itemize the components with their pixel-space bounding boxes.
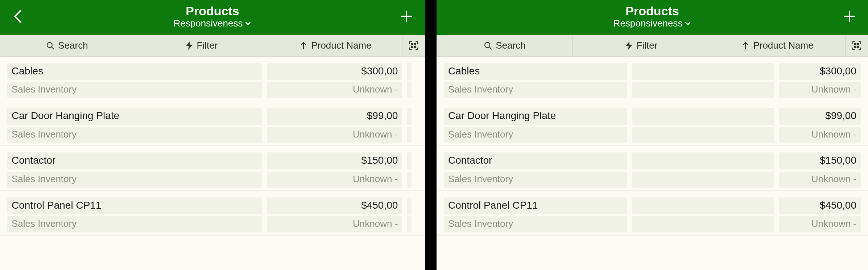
- product-name: Cables: [444, 63, 627, 80]
- empty-cell: [632, 172, 774, 188]
- product-name: Car Door Hanging Plate: [444, 108, 627, 124]
- product-price: $150,00: [779, 152, 861, 169]
- product-name: Control Panel CP11: [7, 197, 262, 214]
- product-name: Contactor: [444, 152, 627, 169]
- chevron-down-icon: [685, 20, 691, 27]
- empty-cell: [632, 63, 774, 80]
- product-name: Cables: [7, 63, 262, 80]
- empty-cell: [632, 127, 774, 143]
- empty-cell: [407, 108, 411, 124]
- scan-button[interactable]: [846, 35, 868, 56]
- bolt-icon: [624, 41, 634, 50]
- arrow-up-icon: [741, 41, 750, 50]
- search-button[interactable]: Search: [437, 35, 573, 56]
- product-row[interactable]: Contactor$150,00Sales InventoryUnknown -: [0, 146, 425, 191]
- product-group: Sales Inventory: [7, 127, 262, 143]
- add-button[interactable]: [837, 9, 862, 24]
- app-shell-narrow: Products Responsiveness Search: [0, 0, 425, 270]
- svg-rect-8: [412, 46, 413, 48]
- product-status: Unknown -: [267, 172, 402, 188]
- list-toolbar: Search Filter Product Name: [0, 35, 425, 57]
- product-status: Unknown -: [267, 127, 402, 143]
- empty-cell: [632, 152, 774, 169]
- product-group: Sales Inventory: [444, 172, 627, 188]
- svg-point-2: [47, 42, 52, 48]
- back-button[interactable]: [6, 9, 31, 24]
- app-shell-wide: Products Responsiveness Search: [437, 0, 868, 270]
- product-price: $300,00: [267, 63, 402, 80]
- product-status: Unknown -: [779, 172, 861, 188]
- filter-button[interactable]: Filter: [573, 35, 709, 56]
- chevron-down-icon: [245, 20, 251, 27]
- empty-cell: [632, 82, 774, 98]
- filter-label: Filter: [197, 40, 218, 51]
- product-status: Unknown -: [779, 127, 861, 143]
- page-title: Products: [186, 4, 239, 18]
- product-status: Unknown -: [267, 82, 402, 98]
- page-title: Products: [625, 4, 679, 18]
- product-group: Sales Inventory: [7, 172, 262, 188]
- product-price: $450,00: [267, 197, 402, 214]
- product-row[interactable]: Car Door Hanging Plate$99,00Sales Invent…: [437, 101, 868, 146]
- empty-cell: [632, 216, 774, 232]
- empty-cell: [407, 216, 411, 232]
- product-row[interactable]: Control Panel CP11$450,00Sales Inventory…: [0, 191, 425, 236]
- empty-cell: [632, 197, 774, 214]
- product-list-wide: Cables$300,00Sales InventoryUnknown -Car…: [437, 57, 868, 270]
- add-button[interactable]: [394, 9, 419, 24]
- search-icon: [46, 41, 55, 50]
- empty-cell: [407, 152, 411, 169]
- empty-cell: [407, 172, 411, 188]
- svg-line-13: [489, 47, 492, 49]
- sort-label: Product Name: [753, 40, 813, 51]
- svg-point-12: [485, 42, 490, 48]
- svg-rect-9: [414, 46, 416, 48]
- sort-label: Product Name: [311, 40, 371, 51]
- search-button[interactable]: Search: [0, 35, 134, 56]
- product-group: Sales Inventory: [444, 216, 627, 232]
- product-row[interactable]: Car Door Hanging Plate$99,00Sales Invent…: [0, 101, 425, 146]
- product-row[interactable]: Contactor$150,00Sales InventoryUnknown -: [437, 146, 868, 191]
- svg-rect-17: [857, 44, 859, 45]
- svg-rect-6: [412, 44, 413, 45]
- product-price: $150,00: [267, 152, 402, 169]
- view-selector-label: Responsiveness: [613, 18, 683, 29]
- search-icon: [483, 41, 493, 50]
- product-price: $450,00: [779, 197, 861, 214]
- empty-cell: [407, 197, 411, 214]
- filter-label: Filter: [637, 40, 658, 51]
- sort-button[interactable]: Product Name: [709, 35, 846, 56]
- svg-rect-16: [855, 44, 856, 45]
- product-status: Unknown -: [267, 216, 402, 232]
- view-selector[interactable]: Responsiveness: [174, 18, 252, 29]
- list-toolbar: Search Filter Product Name: [437, 35, 868, 57]
- product-group: Sales Inventory: [444, 127, 627, 143]
- svg-line-3: [51, 47, 54, 49]
- svg-rect-7: [414, 44, 416, 45]
- layout-divider: [425, 0, 437, 270]
- product-price: $99,00: [779, 108, 861, 124]
- bolt-icon: [185, 41, 194, 50]
- product-row[interactable]: Cables$300,00Sales InventoryUnknown -: [437, 57, 868, 101]
- empty-cell: [407, 127, 411, 143]
- search-label: Search: [496, 40, 525, 51]
- product-name: Car Door Hanging Plate: [7, 108, 262, 124]
- product-row[interactable]: Cables$300,00Sales InventoryUnknown -: [0, 57, 425, 101]
- empty-cell: [632, 108, 774, 124]
- product-row[interactable]: Control Panel CP11$450,00Sales Inventory…: [437, 191, 868, 236]
- product-group: Sales Inventory: [7, 82, 262, 98]
- product-status: Unknown -: [779, 216, 861, 232]
- product-name: Contactor: [7, 152, 262, 169]
- svg-marker-14: [626, 41, 632, 50]
- view-selector[interactable]: Responsiveness: [613, 18, 691, 29]
- sort-button[interactable]: Product Name: [268, 35, 402, 56]
- product-name: Control Panel CP11: [444, 197, 627, 214]
- search-label: Search: [58, 40, 88, 51]
- product-price: $99,00: [267, 108, 402, 124]
- app-header: Products Responsiveness: [437, 0, 868, 35]
- filter-button[interactable]: Filter: [134, 35, 268, 56]
- product-list-narrow: Cables$300,00Sales InventoryUnknown -Car…: [0, 57, 425, 270]
- arrow-up-icon: [299, 41, 308, 50]
- view-selector-label: Responsiveness: [174, 18, 243, 29]
- scan-button[interactable]: [402, 35, 425, 56]
